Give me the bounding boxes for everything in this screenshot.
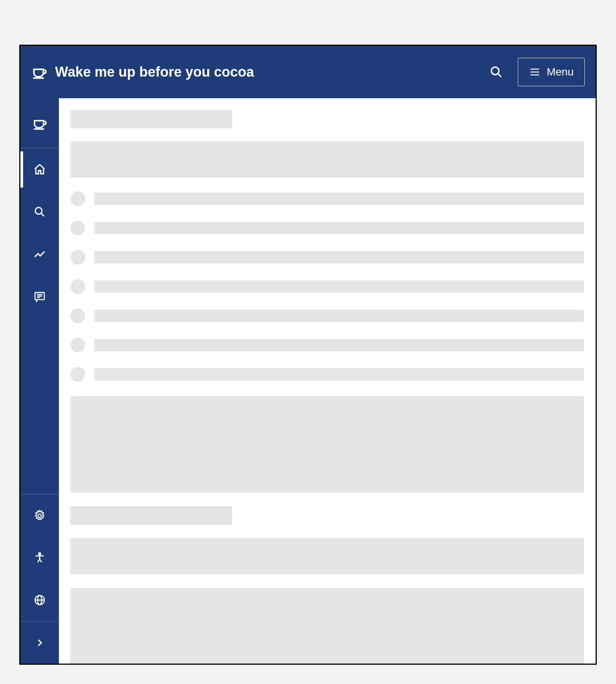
svg-line-8 bbox=[41, 213, 44, 216]
skeleton-line bbox=[94, 310, 584, 322]
svg-point-14 bbox=[38, 553, 40, 555]
skeleton-dot bbox=[70, 308, 85, 323]
skeleton-block bbox=[70, 141, 584, 178]
search-icon bbox=[489, 65, 503, 79]
header-bar: Wake me up before you cocoa bbox=[20, 46, 596, 98]
skeleton-line bbox=[94, 280, 584, 293]
sidebar-item-search[interactable] bbox=[20, 191, 59, 233]
skeleton-heading bbox=[70, 506, 232, 525]
sidebar-item-expand[interactable] bbox=[20, 621, 59, 664]
sidebar-item-settings[interactable] bbox=[20, 494, 59, 536]
chevron-right-icon bbox=[35, 638, 45, 648]
search-button[interactable] bbox=[485, 61, 507, 83]
skeleton-list-row bbox=[70, 308, 584, 323]
coffee-icon bbox=[31, 64, 47, 80]
svg-point-13 bbox=[38, 514, 42, 517]
skeleton-dot bbox=[70, 191, 85, 206]
svg-line-2 bbox=[498, 74, 501, 77]
skeleton-heading bbox=[70, 110, 232, 128]
skeleton-line bbox=[94, 193, 584, 205]
skeleton-line bbox=[94, 222, 584, 234]
menu-button[interactable]: Menu bbox=[518, 58, 585, 86]
skeleton-line bbox=[94, 339, 584, 351]
skeleton-list-row bbox=[70, 250, 584, 265]
home-icon bbox=[33, 163, 46, 176]
svg-point-7 bbox=[35, 208, 42, 214]
app-window: Wake me up before you cocoa bbox=[19, 45, 597, 665]
sidebar-item-trends[interactable] bbox=[20, 233, 59, 275]
sidebar bbox=[20, 98, 59, 664]
skeleton-block bbox=[70, 396, 584, 493]
svg-point-1 bbox=[491, 67, 499, 75]
svg-line-18 bbox=[40, 559, 42, 562]
skeleton-line bbox=[94, 251, 584, 263]
sidebar-item-language[interactable] bbox=[20, 579, 59, 621]
trend-icon bbox=[33, 248, 46, 261]
globe-icon bbox=[33, 594, 46, 606]
skeleton-dot bbox=[70, 279, 85, 294]
skeleton-block bbox=[70, 588, 584, 664]
skeleton-list-row bbox=[70, 367, 584, 382]
skeleton-dot bbox=[70, 250, 85, 265]
search-icon bbox=[33, 206, 46, 218]
sidebar-item-brand[interactable] bbox=[20, 98, 59, 148]
message-icon bbox=[33, 290, 46, 303]
coffee-icon bbox=[32, 116, 47, 131]
skeleton-dot bbox=[70, 367, 85, 382]
accessibility-icon bbox=[33, 552, 46, 564]
skeleton-list-row bbox=[70, 279, 584, 294]
app-title: Wake me up before you cocoa bbox=[55, 64, 485, 80]
skeleton-list-row bbox=[70, 191, 584, 206]
menu-button-label: Menu bbox=[547, 66, 574, 78]
sidebar-item-home[interactable] bbox=[20, 148, 59, 191]
hamburger-icon bbox=[529, 66, 541, 78]
sidebar-item-messages[interactable] bbox=[20, 275, 59, 318]
main-content bbox=[59, 98, 596, 664]
skeleton-block bbox=[70, 538, 584, 574]
header-logo bbox=[31, 64, 47, 80]
skeleton-list-row bbox=[70, 338, 584, 352]
skeleton-list-row bbox=[70, 221, 584, 235]
skeleton-dot bbox=[70, 221, 85, 235]
skeleton-dot bbox=[70, 338, 85, 352]
skeleton-line bbox=[94, 368, 584, 381]
settings-icon bbox=[33, 510, 46, 522]
sidebar-item-accessibility[interactable] bbox=[20, 536, 59, 579]
